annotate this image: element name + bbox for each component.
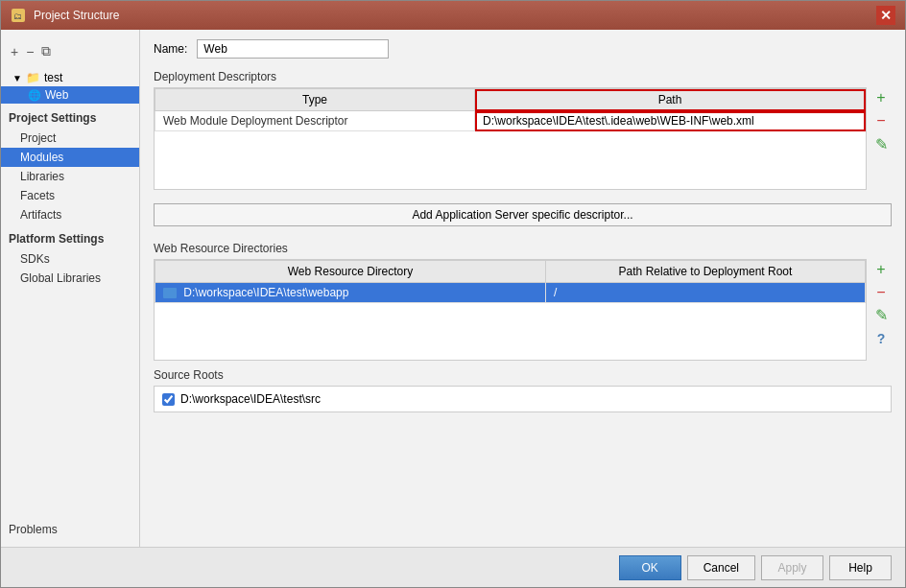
sidebar-item-sdks[interactable]: SDKs [1, 249, 139, 269]
source-roots-container: D:\workspace\IDEA\test\src [154, 386, 892, 412]
name-label: Name: [154, 42, 187, 56]
deployment-descriptors-section: Deployment Descriptors Type Path [154, 70, 892, 190]
title-bar-left: 🗂 Project Structure [11, 8, 119, 23]
source-roots-title: Source Roots [154, 368, 892, 382]
add-module-button[interactable]: + [9, 42, 20, 61]
deploy-remove-button[interactable]: − [870, 110, 892, 131]
copy-module-button[interactable]: ⧉ [39, 41, 53, 61]
remove-module-button[interactable]: − [24, 42, 36, 61]
web-resource-dirs-table: Web Resource Directory Path Relative to … [155, 260, 866, 361]
deploy-edit-button[interactable]: ✎ [870, 133, 892, 154]
sidebar-item-modules[interactable]: Modules [1, 148, 139, 167]
svg-text:🗂: 🗂 [13, 12, 22, 21]
content-area: + − ⧉ ▼ 📁 test 🌐 Web Project Settings Pr… [1, 30, 905, 547]
webres-add-button[interactable]: + [870, 259, 892, 280]
web-resource-dirs-table-area: Web Resource Directory Path Relative to … [154, 259, 892, 362]
tree-folder-label: test [44, 71, 62, 84]
web-module-icon: 🌐 [28, 89, 41, 102]
title-bar: 🗂 Project Structure ✕ [1, 1, 905, 30]
ok-button[interactable]: OK [619, 555, 681, 580]
source-root-checkbox[interactable] [162, 393, 175, 406]
web-resource-dirs-table-container: Web Resource Directory Path Relative to … [154, 259, 867, 362]
sidebar-item-artifacts[interactable]: Artifacts [1, 205, 139, 224]
source-roots-section: Source Roots D:\workspace\IDEA\test\src [154, 368, 892, 412]
deployment-descriptors-table-area: Type Path Web Module Deployment Descript… [154, 87, 892, 190]
path-relative-cell: / [546, 282, 866, 302]
col-web-resource-dir: Web Resource Directory [155, 260, 546, 282]
web-resource-dir-cell: D:\workspace\IDEA\test\webapp [155, 282, 546, 302]
webres-help-button[interactable]: ? [870, 328, 892, 349]
source-root-path: D:\workspace\IDEA\test\src [180, 392, 321, 406]
col-type: Type [155, 89, 475, 111]
tree-test-folder[interactable]: ▼ 📁 test [1, 69, 139, 86]
main-content: Name: Deployment Descriptors Type Path [140, 30, 905, 547]
deploy-add-button[interactable]: + [870, 87, 892, 108]
deployment-descriptors-table: Type Path Web Module Deployment Descript… [155, 88, 866, 189]
col-path: Path [475, 89, 866, 111]
sidebar-item-libraries[interactable]: Libraries [1, 167, 139, 186]
name-row: Name: [154, 39, 892, 59]
deployment-descriptors-title: Deployment Descriptors [154, 70, 892, 83]
source-item: D:\workspace\IDEA\test\src [162, 390, 883, 408]
sidebar-item-facets[interactable]: Facets [1, 186, 139, 205]
webres-edit-button[interactable]: ✎ [870, 305, 892, 326]
add-descriptor-button[interactable]: Add Application Server specific descript… [154, 203, 892, 226]
sidebar-item-project[interactable]: Project [1, 129, 139, 148]
col-path-relative: Path Relative to Deployment Root [546, 260, 866, 282]
project-structure-dialog: 🗂 Project Structure ✕ + − ⧉ ▼ 📁 test 🌐 W… [0, 0, 906, 588]
name-input[interactable] [197, 39, 389, 59]
webres-remove-button[interactable]: − [870, 282, 892, 303]
table-row[interactable]: D:\workspace\IDEA\test\webapp / [155, 282, 866, 302]
help-button[interactable]: Help [829, 555, 892, 580]
deploy-action-buttons: + − ✎ [870, 87, 892, 190]
folder-icon: 📁 [26, 71, 40, 84]
bottom-bar: OK Cancel Apply Help [1, 547, 905, 587]
platform-settings-section: Platform Settings [1, 224, 139, 249]
app-icon: 🗂 [11, 8, 26, 23]
project-settings-section: Project Settings [1, 104, 139, 129]
deployment-descriptors-table-container: Type Path Web Module Deployment Descript… [154, 87, 867, 190]
expand-arrow: ▼ [12, 73, 22, 83]
webres-action-buttons: + − ✎ ? [870, 259, 892, 362]
type-cell: Web Module Deployment Descriptor [155, 111, 475, 131]
close-button[interactable]: ✕ [876, 6, 895, 25]
cancel-button[interactable]: Cancel [687, 555, 755, 580]
dialog-title: Project Structure [34, 9, 119, 22]
web-resource-dirs-title: Web Resource Directories [154, 242, 892, 255]
tree-web-label: Web [45, 88, 68, 102]
tree-web-item[interactable]: 🌐 Web [1, 86, 139, 104]
path-cell: D:\workspace\IDEA\test\.idea\web\WEB-INF… [475, 111, 866, 131]
table-row[interactable]: Web Module Deployment Descriptor D:\work… [155, 111, 866, 131]
folder-mini-icon [163, 288, 177, 298]
apply-button[interactable]: Apply [761, 555, 823, 580]
sidebar-toolbar: + − ⧉ [1, 37, 139, 65]
sidebar: + − ⧉ ▼ 📁 test 🌐 Web Project Settings Pr… [1, 30, 140, 547]
sidebar-item-problems[interactable]: Problems [1, 515, 139, 539]
web-resource-dirs-section: Web Resource Directories Web Resource Di… [154, 242, 892, 362]
sidebar-item-global-libraries[interactable]: Global Libraries [1, 269, 139, 288]
